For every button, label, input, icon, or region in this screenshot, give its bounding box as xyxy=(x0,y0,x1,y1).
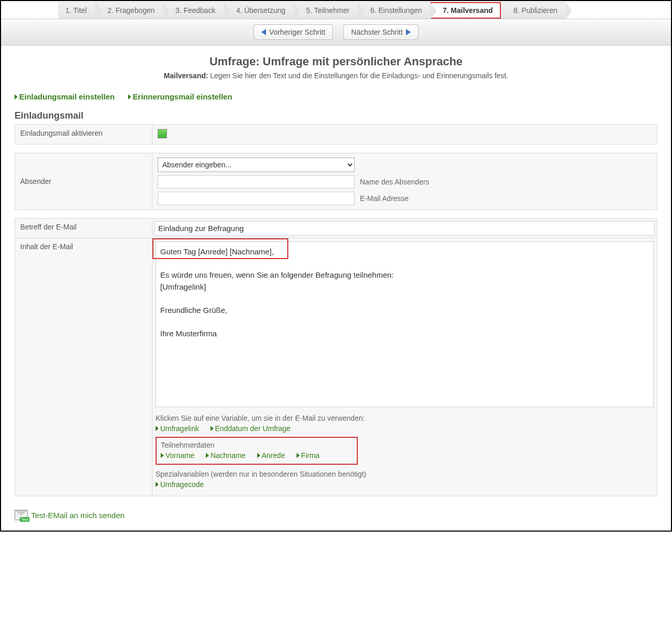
step-4-uebersetzung[interactable]: 4. Übersetzung xyxy=(223,2,293,19)
step-5-teilnehmer[interactable]: 5. Teilnehmer xyxy=(293,2,358,19)
caret-right-icon xyxy=(156,482,159,487)
sender-label: Absender xyxy=(15,153,152,210)
special-vars-label: Spezialvariablen (werden nur in besonder… xyxy=(156,470,654,478)
step-1-titel[interactable]: 1. Titel xyxy=(58,2,95,19)
subject-label: Betreff der E-Mail xyxy=(15,219,152,238)
caret-right-icon xyxy=(211,426,214,431)
var-link-firma[interactable]: Firma xyxy=(297,451,320,460)
next-step-button[interactable]: Nächster Schritt xyxy=(343,24,418,40)
caret-right-icon xyxy=(15,94,18,99)
tab-label: Erinnerungsmail einstellen xyxy=(133,92,232,101)
next-step-label: Nächster Schritt xyxy=(351,28,403,36)
page-title: Umfrage: Umfrage mit persönlicher Anspra… xyxy=(15,55,657,68)
step-6-einstellungen[interactable]: 6. Einstellungen xyxy=(358,2,430,19)
tab-invitation-mail[interactable]: Einladungsmail einstellen xyxy=(15,92,115,101)
wizard-steps: 1. Titel 2. Fragebogen 3. Feedback 4. Üb… xyxy=(58,1,671,19)
step-8-publizieren[interactable]: 8. Publizieren xyxy=(501,2,566,19)
step-label: 6. Einstellungen xyxy=(370,6,422,15)
variable-hint: Klicken Sie auf eine Variable, um sie in… xyxy=(156,414,654,422)
content-label: Inhalt der E-Mail xyxy=(15,238,152,496)
step-label: 7. Mailversand xyxy=(443,6,493,15)
caret-right-icon xyxy=(156,426,159,431)
step-label: 3. Feedback xyxy=(175,6,215,15)
mail-form-table: Einladungsmail aktivieren Absender Absen… xyxy=(15,124,657,496)
arrow-right-icon xyxy=(406,29,411,35)
var-link-vorname[interactable]: Vorname xyxy=(161,451,194,460)
step-label: 8. Publizieren xyxy=(513,6,557,15)
caret-right-icon xyxy=(128,94,131,99)
caret-right-icon xyxy=(257,453,260,458)
var-link-anrede[interactable]: Anrede xyxy=(257,451,285,460)
step-nav-strip: Vorheriger Schritt Nächster Schritt xyxy=(1,19,671,46)
tab-reminder-mail[interactable]: Erinnerungsmail einstellen xyxy=(128,92,232,101)
sender-name-input[interactable] xyxy=(158,175,355,189)
test-mail-icon: Test xyxy=(15,510,28,520)
mail-tabs: Einladungsmail einstellen Erinnerungsmai… xyxy=(15,92,657,101)
arrow-left-icon xyxy=(261,29,266,35)
prev-step-button[interactable]: Vorheriger Schritt xyxy=(254,24,333,40)
caret-right-icon xyxy=(161,453,164,458)
section-heading: Einladungsmail xyxy=(15,110,657,121)
email-body-textarea[interactable] xyxy=(156,241,654,407)
subject-input[interactable] xyxy=(155,221,655,236)
send-test-mail[interactable]: Test Test-EMail an mich senden xyxy=(15,510,657,520)
var-link-umfragelink[interactable]: Umfragelink xyxy=(156,424,199,433)
step-7-mailversand[interactable]: 7. Mailversand xyxy=(430,2,501,19)
tab-label: Einladungsmail einstellen xyxy=(19,92,115,101)
sender-email-label: E-Mail Adresse xyxy=(360,194,409,203)
page-subtitle: Mailversand: Legen Sie hier den Text und… xyxy=(15,72,657,80)
step-label: 4. Übersetzung xyxy=(236,6,285,15)
activate-label: Einladungsmail aktivieren xyxy=(15,125,152,145)
step-label: 5. Teilnehmer xyxy=(306,6,349,15)
caret-right-icon xyxy=(297,453,300,458)
send-test-mail-label: Test-EMail an mich senden xyxy=(31,511,124,520)
activate-checkbox[interactable] xyxy=(158,129,167,138)
participant-data-box: Teilnehmerdaten Vorname Nachname Anrede … xyxy=(156,437,358,465)
prev-step-label: Vorheriger Schritt xyxy=(269,28,325,36)
step-label: 2. Fragebogen xyxy=(107,6,155,15)
step-2-fragebogen[interactable]: 2. Fragebogen xyxy=(95,2,163,19)
step-3-feedback[interactable]: 3. Feedback xyxy=(163,2,223,19)
sender-email-input[interactable] xyxy=(158,192,355,205)
sender-select[interactable]: Absender eingeben... xyxy=(158,158,355,172)
var-link-enddatum[interactable]: Enddatum der Umfrage xyxy=(211,424,291,433)
participant-label: Teilnehmerdaten xyxy=(161,441,353,449)
subtitle-text: Legen Sie hier den Text und die Einstell… xyxy=(210,72,508,80)
step-label: 1. Titel xyxy=(65,6,87,15)
subtitle-strong: Mailversand: xyxy=(164,72,208,80)
caret-right-icon xyxy=(206,453,209,458)
var-link-nachname[interactable]: Nachname xyxy=(206,451,246,460)
var-link-umfragecode[interactable]: Umfragecode xyxy=(156,480,204,489)
sender-name-label: Name des Absenders xyxy=(360,178,429,186)
